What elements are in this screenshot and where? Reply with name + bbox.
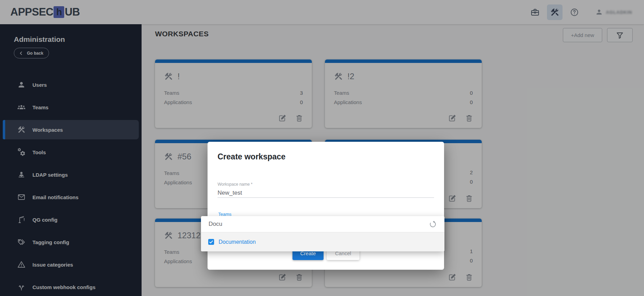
modal-title: Create workspace <box>218 152 286 161</box>
teams-dropdown: Documentation <box>201 216 444 251</box>
loading-spinner-icon <box>429 220 437 228</box>
workspace-name-label: Workspace name * <box>218 182 252 187</box>
workspace-name-input[interactable] <box>218 188 434 198</box>
dropdown-option-documentation[interactable]: Documentation <box>201 232 444 251</box>
checkbox-checked-icon[interactable] <box>208 239 214 245</box>
teams-search-input[interactable] <box>209 221 429 228</box>
dropdown-option-label: Documentation <box>219 239 256 245</box>
